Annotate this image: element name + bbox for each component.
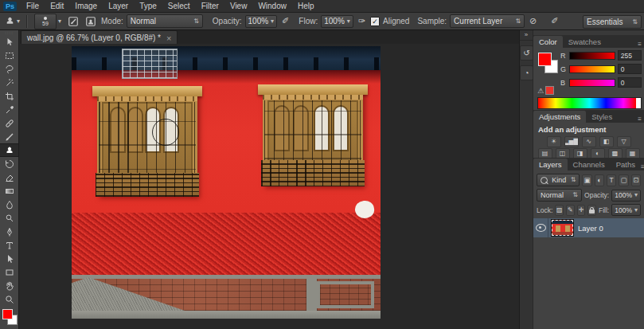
dodge-tool[interactable]: [0, 211, 18, 225]
crop-tool[interactable]: [0, 89, 18, 103]
blur-tool[interactable]: [0, 198, 18, 211]
pressure-opacity-icon[interactable]: ✐: [280, 16, 291, 26]
panel-menu-icon[interactable]: ≡: [638, 41, 644, 48]
red-channel-value[interactable]: 255: [618, 50, 642, 61]
green-channel-slider[interactable]: [569, 65, 615, 73]
layer-visibility-toggle[interactable]: [533, 218, 548, 237]
history-panel-icon[interactable]: ↺: [520, 45, 533, 61]
quick-selection-tool[interactable]: [0, 76, 18, 89]
tab-channels[interactable]: Channels: [568, 159, 611, 170]
panel-menu-icon[interactable]: ≡: [638, 116, 644, 123]
history-brush-tool[interactable]: [0, 157, 18, 170]
clone-stamp-icon: [5, 146, 14, 155]
foreground-color-swatch[interactable]: [2, 309, 13, 319]
close-icon[interactable]: ×: [166, 33, 171, 43]
tool-preset-picker[interactable]: ▾: [3, 15, 21, 28]
zoom-tool[interactable]: [0, 292, 18, 306]
workspace-switcher[interactable]: Essentials ⇅: [583, 15, 642, 29]
blend-mode-select[interactable]: Normal ⇅: [127, 14, 203, 28]
menu-view[interactable]: View: [224, 0, 253, 12]
adjustment-brightness-contrast-icon[interactable]: ☀: [547, 136, 561, 147]
gamut-color-swatch[interactable]: [545, 86, 554, 95]
layer-row-selected[interactable]: Layer 0: [533, 218, 644, 237]
layer-name[interactable]: Layer 0: [578, 224, 603, 233]
lock-all-icon[interactable]: [587, 205, 596, 216]
red-channel-slider[interactable]: [569, 52, 615, 60]
type-tool[interactable]: [0, 238, 18, 252]
window-dentils: [97, 96, 197, 101]
menu-layer[interactable]: Layer: [103, 0, 134, 12]
lasso-tool[interactable]: [0, 62, 18, 76]
move-tool[interactable]: [0, 35, 18, 49]
ignore-adjustment-layers-icon[interactable]: ⊘: [528, 16, 538, 26]
green-channel-value[interactable]: 0: [618, 64, 642, 74]
menu-file[interactable]: File: [21, 0, 45, 12]
spot-healing-tool[interactable]: [0, 116, 18, 130]
blue-channel-slider[interactable]: [569, 79, 615, 87]
lock-transparency-icon[interactable]: ▨: [555, 205, 564, 216]
toggle-brush-panel-button[interactable]: [66, 15, 80, 28]
hand-tool[interactable]: [0, 279, 18, 292]
adjustment-curves-icon[interactable]: ∿: [582, 136, 596, 147]
sample-select[interactable]: Current Layer ⇅: [450, 14, 525, 28]
adjustment-exposure-icon[interactable]: ◧: [599, 136, 614, 147]
lock-position-icon[interactable]: ✛: [577, 205, 586, 216]
updown-arrows-icon: ⇅: [632, 19, 638, 25]
aligned-checkbox[interactable]: ✓: [370, 17, 380, 26]
layer-blend-mode-select[interactable]: Normal ⇅: [537, 189, 582, 202]
menu-help[interactable]: Help: [292, 0, 320, 12]
tab-paths[interactable]: Paths: [611, 159, 641, 170]
filter-pixel-layers-icon[interactable]: ▣: [582, 174, 591, 186]
lock-pixels-icon[interactable]: ✎: [566, 205, 575, 216]
properties-panel-icon[interactable]: ◔: [520, 65, 533, 80]
layer-thumbnail[interactable]: [552, 220, 573, 236]
brush-tool[interactable]: [0, 130, 18, 143]
adjustment-levels-icon[interactable]: ▂▅▇: [564, 136, 579, 147]
adjustment-vibrance-icon[interactable]: ▽: [617, 136, 631, 147]
color-spectrum-ramp[interactable]: [537, 97, 642, 109]
document-tab[interactable]: wall.jpg @ 66.7% (Layer 0, RGB/8#) * ×: [21, 30, 178, 45]
pressure-size-icon[interactable]: ✐: [549, 16, 560, 26]
gradient-tool[interactable]: [0, 184, 18, 198]
menu-window[interactable]: Window: [252, 0, 292, 12]
menu-filter[interactable]: Filter: [196, 0, 224, 12]
tab-swatches[interactable]: Swatches: [563, 36, 607, 48]
pen-tool[interactable]: [0, 225, 18, 238]
menu-type[interactable]: Type: [134, 0, 162, 12]
flow-field[interactable]: 100% ▾: [321, 15, 353, 28]
marquee-tool[interactable]: [0, 49, 18, 62]
marquee-icon: [5, 51, 14, 61]
tab-adjustments[interactable]: Adjustments: [533, 111, 586, 123]
filter-shape-layers-icon[interactable]: ▢: [619, 174, 628, 186]
color-swatch-widget: [0, 307, 18, 327]
filter-adjustment-layers-icon[interactable]: ◐: [595, 174, 604, 186]
opacity-field[interactable]: 100% ▾: [245, 15, 278, 28]
blue-channel-value[interactable]: 0: [618, 77, 642, 88]
tab-layers[interactable]: Layers: [533, 159, 568, 170]
menu-edit[interactable]: Edit: [45, 0, 69, 12]
eyedropper-tool[interactable]: [0, 103, 18, 116]
airbrush-icon[interactable]: ✑: [357, 16, 367, 26]
shape-tool[interactable]: [0, 265, 18, 279]
document-tab-bar: wall.jpg @ 66.7% (Layer 0, RGB/8#) * ×: [20, 30, 519, 44]
filter-smart-objects-icon[interactable]: ⊡: [631, 174, 641, 186]
document-canvas[interactable]: [20, 44, 519, 329]
filter-type-layers-icon[interactable]: T: [607, 174, 616, 186]
eraser-tool[interactable]: [0, 170, 18, 184]
brush-preset-picker[interactable]: 59 ▾: [33, 15, 63, 28]
expand-panels-icon[interactable]: »: [520, 30, 533, 41]
layer-filter-select[interactable]: Kind ⇅: [537, 174, 580, 186]
tab-styles[interactable]: Styles: [586, 111, 618, 123]
panel-menu-icon[interactable]: ≡: [641, 163, 644, 170]
canvas-photo[interactable]: [72, 46, 381, 319]
photo-stone-divider: [306, 279, 317, 311]
menu-select[interactable]: Select: [162, 0, 196, 12]
toggle-clone-source-panel-button[interactable]: [84, 15, 98, 28]
clone-stamp-tool[interactable]: [0, 143, 18, 157]
layer-fill-field[interactable]: 100% ▾: [611, 204, 641, 216]
tab-color[interactable]: Color: [533, 36, 563, 48]
layer-opacity-field[interactable]: 100% ▾: [611, 190, 641, 202]
path-selection-tool[interactable]: [0, 252, 18, 265]
menu-image[interactable]: Image: [69, 0, 103, 12]
foreground-color-swatch[interactable]: [538, 53, 552, 66]
